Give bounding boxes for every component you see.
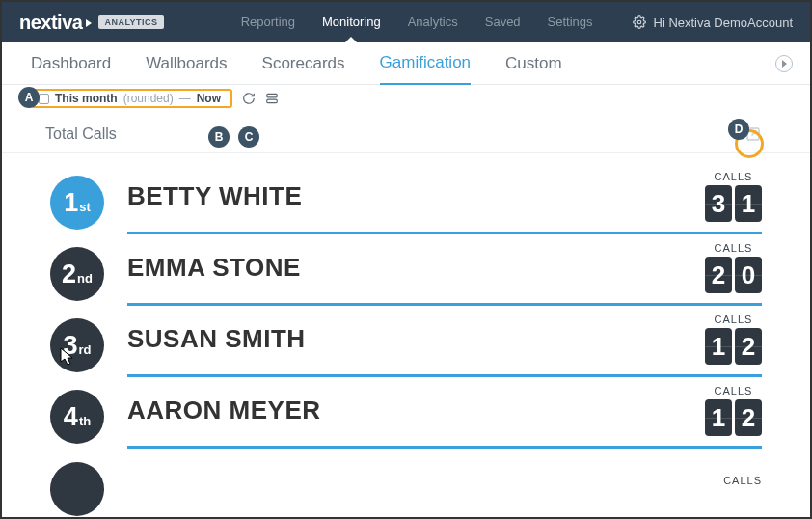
score-label: CALLS bbox=[705, 314, 762, 325]
nav-monitoring[interactable]: Monitoring bbox=[322, 2, 381, 42]
refresh-icon[interactable] bbox=[242, 92, 256, 105]
rank-number: 4 bbox=[64, 390, 78, 444]
score-label: CALLS bbox=[705, 385, 762, 396]
rank-suffix: th bbox=[79, 414, 91, 428]
leaderboard-score: CALLS 1 2 bbox=[705, 314, 762, 365]
svg-point-0 bbox=[637, 20, 641, 24]
date-end: Now bbox=[197, 92, 221, 105]
rank-suffix: st bbox=[79, 200, 91, 214]
layout-icon[interactable] bbox=[265, 92, 279, 105]
leaderboard-row: 3 rd SUSAN SMITH CALLS 1 2 bbox=[50, 306, 762, 377]
leaderboard-body: SUSAN SMITH CALLS 1 2 bbox=[127, 314, 762, 377]
tab-dashboard[interactable]: Dashboard bbox=[31, 43, 111, 84]
score-digits: 1 2 bbox=[705, 328, 762, 365]
score-label: CALLS bbox=[705, 242, 762, 254]
leaderboard-body: CALLS bbox=[127, 456, 762, 516]
leaderboard-score: CALLS 3 1 bbox=[705, 171, 762, 222]
digit: 0 bbox=[735, 257, 762, 293]
leaderboard-score: CALLS bbox=[723, 475, 762, 489]
nav-analytics[interactable]: Analytics bbox=[408, 2, 458, 42]
leaderboard-body: AARON MEYER CALLS 1 2 bbox=[127, 385, 762, 449]
digit: 1 bbox=[705, 399, 732, 436]
play-button-icon[interactable] bbox=[775, 55, 793, 72]
nav-settings[interactable]: Settings bbox=[548, 2, 593, 42]
leaderboard-score: CALLS 1 2 bbox=[705, 385, 762, 436]
digit: 2 bbox=[735, 328, 762, 365]
rank-badge: 1 st bbox=[50, 176, 104, 230]
tab-wallboards[interactable]: Wallboards bbox=[146, 43, 227, 84]
score-label: CALLS bbox=[723, 475, 762, 486]
top-navbar: nextiva ANALYTICS Reporting Monitoring A… bbox=[2, 2, 810, 42]
toolbar: This month (rounded) — Now bbox=[2, 85, 810, 112]
account-menu[interactable]: Hi Nextiva DemoAccount bbox=[633, 15, 794, 30]
svg-rect-2 bbox=[267, 99, 278, 103]
leaderboard-body: EMMA STONE CALLS 2 0 bbox=[127, 242, 762, 306]
tab-custom[interactable]: Custom bbox=[505, 43, 562, 84]
rank-badge: 4 th bbox=[50, 390, 104, 444]
sub-nav: Dashboard Wallboards Scorecards Gamifica… bbox=[2, 42, 810, 85]
account-greeting: Hi Nextiva DemoAccount bbox=[654, 15, 794, 30]
brand-badge: ANALYTICS bbox=[98, 15, 163, 29]
leaderboard-score: CALLS 2 0 bbox=[705, 242, 762, 293]
leaderboard-name: EMMA STONE bbox=[127, 253, 301, 283]
leaderboard: 1 st BETTY WHITE CALLS 3 1 2 nd EMMA STO… bbox=[2, 153, 810, 516]
brand: nextiva ANALYTICS bbox=[19, 12, 164, 34]
date-separator: — bbox=[179, 92, 191, 105]
brand-caret-icon bbox=[86, 19, 92, 27]
section-title: Total Calls bbox=[45, 125, 117, 143]
leaderboard-body: BETTY WHITE CALLS 3 1 bbox=[127, 171, 762, 234]
score-digits: 3 1 bbox=[705, 185, 762, 222]
popout-icon[interactable] bbox=[744, 125, 762, 143]
digit: 2 bbox=[735, 399, 762, 436]
rank-badge: 3 rd bbox=[50, 318, 104, 372]
score-label: CALLS bbox=[705, 171, 762, 182]
leaderboard-row: 4 th AARON MEYER CALLS 1 2 bbox=[50, 377, 762, 449]
leaderboard-row: CALLS bbox=[50, 449, 762, 516]
brand-name: nextiva bbox=[19, 12, 82, 34]
tab-gamification[interactable]: Gamification bbox=[380, 42, 471, 85]
leaderboard-name: BETTY WHITE bbox=[127, 181, 302, 211]
date-start-qualifier: (rounded) bbox=[123, 92, 174, 105]
rank-badge bbox=[50, 462, 104, 516]
brand-logo: nextiva bbox=[19, 12, 93, 34]
digit: 1 bbox=[705, 328, 732, 365]
leaderboard-name: AARON MEYER bbox=[127, 396, 321, 425]
digit: 2 bbox=[705, 257, 732, 293]
rank-number: 1 bbox=[64, 176, 78, 230]
gear-icon bbox=[633, 15, 646, 29]
tab-scorecards[interactable]: Scorecards bbox=[262, 43, 345, 84]
calendar-icon bbox=[39, 94, 49, 104]
leaderboard-row: 2 nd EMMA STONE CALLS 2 0 bbox=[50, 234, 762, 306]
svg-rect-1 bbox=[267, 94, 278, 97]
nav-reporting[interactable]: Reporting bbox=[241, 2, 295, 42]
leaderboard-name: SUSAN SMITH bbox=[127, 324, 306, 354]
rank-suffix: nd bbox=[77, 271, 93, 286]
score-digits: 1 2 bbox=[705, 399, 762, 436]
section-header: Total Calls bbox=[2, 112, 810, 153]
nav-saved[interactable]: Saved bbox=[485, 2, 521, 42]
leaderboard-row: 1 st BETTY WHITE CALLS 3 1 bbox=[50, 163, 762, 234]
rank-number: 2 bbox=[62, 247, 76, 301]
nav-monitoring-label: Monitoring bbox=[322, 14, 381, 29]
rank-badge: 2 nd bbox=[50, 247, 104, 301]
date-range-picker[interactable]: This month (rounded) — Now bbox=[31, 89, 232, 108]
score-digits: 2 0 bbox=[705, 257, 762, 293]
rank-number: 3 bbox=[63, 318, 77, 372]
primary-nav: Reporting Monitoring Analytics Saved Set… bbox=[241, 2, 593, 42]
digit: 1 bbox=[735, 185, 762, 222]
digit: 3 bbox=[705, 185, 732, 222]
date-start: This month bbox=[55, 92, 118, 105]
rank-suffix: rd bbox=[79, 342, 92, 357]
